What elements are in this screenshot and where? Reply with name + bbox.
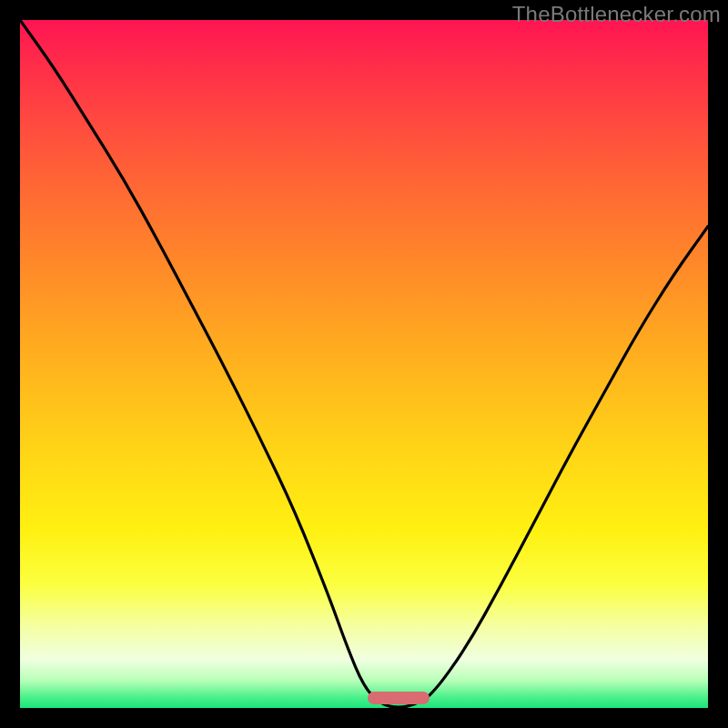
chart-frame: TheBottlenecker.com	[0, 0, 728, 728]
bottleneck-curve	[20, 20, 708, 708]
optimal-range-marker	[368, 692, 430, 704]
plot-area	[20, 20, 708, 708]
watermark-text: TheBottlenecker.com	[512, 2, 721, 27]
